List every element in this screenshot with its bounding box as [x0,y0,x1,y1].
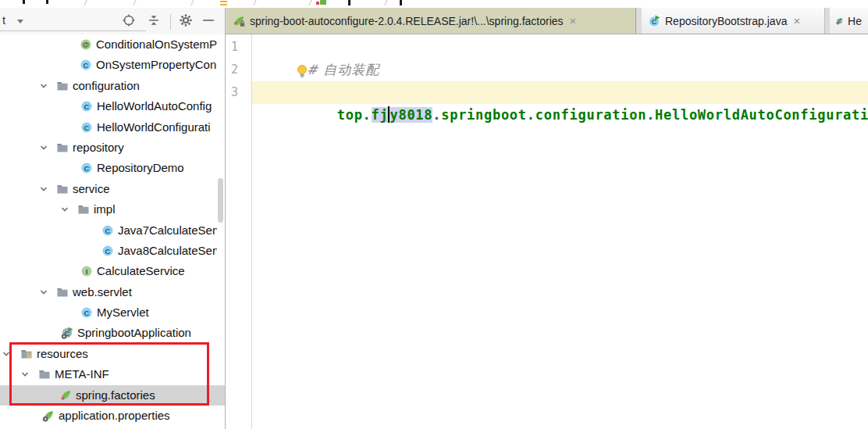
spring-leaf-gear-icon [42,409,55,422]
code-line-value-current[interactable]: top.fjy8018.springboot.configuration.Hel… [252,81,868,104]
breadcrumb-separator: / [191,0,194,8]
chevron-expanded-icon[interactable] [37,141,50,154]
tree-scrollbar-thumb[interactable] [218,178,223,223]
tree-item[interactable]: configuration [0,76,225,96]
package-folder-icon [77,203,90,216]
tree-item[interactable]: impl [0,199,225,220]
tree-item-label: SpringbootApplication [77,323,217,343]
tab-partial[interactable]: C He [830,8,868,34]
minimize-icon[interactable] [201,13,215,27]
line-number: 2 [231,59,238,81]
clipped-icon-fragment [220,1,227,2]
tree-item[interactable]: C HelloWorldAutoConfig [0,96,225,116]
locate-icon[interactable] [122,13,136,27]
tree-item[interactable]: C SpringbootApplication [0,323,225,343]
class-icon: C [80,121,93,134]
breadcrumb-separator: / [309,0,311,8]
tree-item-label: HelloWorldAutoConfig [97,96,217,116]
project-panel-toolbar: t [0,8,225,34]
tree-item[interactable]: @ ConditionalOnSystemP [0,34,225,55]
spring-boot-class-icon: C [836,15,843,27]
class-icon: C [80,162,93,174]
tree-item[interactable]: C OnSystemPropertyCon [0,55,225,75]
chevron-down-icon[interactable] [17,20,23,23]
class-icon: C [80,59,92,71]
tree-item[interactable]: C MyServlet [0,302,225,323]
code-line-key[interactable]: org.springframework.boot.autoconfigure.E… [252,59,868,81]
tree-item[interactable]: web.servlet [0,282,225,302]
panel-header-border [0,30,146,31]
tree-item[interactable]: C HelloWorldConfigurati [0,117,225,138]
tree-item[interactable]: I CalculateService [0,261,225,281]
clipped-text-fragment [46,0,48,4]
spring-factories-readonly-icon [233,15,245,27]
tree-item-label: configuration [73,76,217,96]
breadcrumb-separator: / [254,0,256,8]
clipped-text-fragment [400,0,402,5]
collapse-all-icon[interactable] [147,13,161,27]
clipped-top-strip: / / / / / / [0,0,868,8]
svg-text:C: C [105,226,111,234]
code-editor[interactable]: 1 2 3 # 自动装配 org.springframework.boot.au… [226,34,868,429]
svg-text:C: C [105,246,111,255]
identifier-part: y8018 [390,107,432,123]
chevron-expanded-icon[interactable] [37,80,50,92]
tree-item[interactable]: repository [0,138,225,158]
tree-item[interactable]: service [0,179,225,199]
project-view-selector-label[interactable]: t [2,13,5,27]
intention-lightbulb-icon[interactable] [296,64,308,79]
tree-item[interactable]: C Java8CalculateServi [0,241,225,261]
tree-item-label: service [73,179,217,199]
property-value: top. [337,107,372,123]
clipped-text-fragment [348,0,350,5]
editor-gutter: 1 2 3 [226,34,252,429]
package-folder-icon [56,141,69,154]
tab-spring-factories[interactable]: spring-boot-autoconfigure-2.0.4.RELEASE.… [226,8,636,34]
svg-text:C: C [84,123,90,131]
annotation-icon: @ [80,38,92,51]
tree-item-label: web.servlet [73,282,217,302]
chevron-expanded-icon[interactable] [37,183,50,195]
svg-text:C: C [84,61,89,70]
tree-item-label: Java7CalculateServi [118,220,217,241]
settings-gear-icon[interactable] [179,13,193,27]
close-icon[interactable]: × [793,14,800,27]
tree-item-label: OnSystemPropertyCon [96,55,217,75]
tree-item[interactable]: C Java7CalculateServi [0,220,225,241]
property-value: .springboot.configuration.HelloWorldAuto… [432,107,868,123]
interface-icon: I [80,265,93,277]
svg-text:@: @ [83,41,90,48]
clipped-text-fragment [23,0,25,4]
clipped-icon-fragment [220,4,227,5]
package-folder-icon [56,286,69,299]
toolbar-divider [170,14,171,30]
tree-item-label: Java8CalculateServi [118,241,217,261]
line-number: 3 [231,81,238,104]
tree-item-label: CalculateService [97,261,217,281]
editor-tab-bar: spring-boot-autoconfigure-2.0.4.RELEASE.… [226,8,868,34]
tree-item-label: RepositoryDemo [97,158,217,178]
highlighted-identifier: fjy8018 [372,107,433,123]
svg-text:I: I [86,267,88,276]
project-tool-window: t @ [0,8,225,429]
chevron-expanded-icon[interactable] [37,286,50,299]
class-icon: C [101,245,114,257]
code-line-comment[interactable]: # 自动装配 [252,36,868,59]
clipped-leaf-icon-fragment [320,0,326,5]
breadcrumb-separator: / [84,0,87,8]
clipped-leaf-icon-fragment [316,2,319,5]
svg-text:C: C [84,102,90,111]
close-icon[interactable]: × [570,14,577,27]
tree-item-label: MyServlet [97,302,217,323]
breadcrumb-separator: / [385,0,387,8]
tree-item[interactable]: application.properties [0,406,225,426]
tab-repository-bootstrap[interactable]: C RepositoryBootstrap.java × [642,8,825,34]
tab-title: He [848,15,862,27]
tree-item[interactable]: C RepositoryDemo [0,158,225,178]
tree-item-label: application.properties [59,406,217,426]
red-annotation-rectangle [9,342,209,406]
package-folder-icon [56,183,69,195]
spring-boot-class-icon: C [61,327,73,339]
chevron-expanded-icon[interactable] [59,203,71,216]
java-class-run-icon: C [648,15,660,27]
